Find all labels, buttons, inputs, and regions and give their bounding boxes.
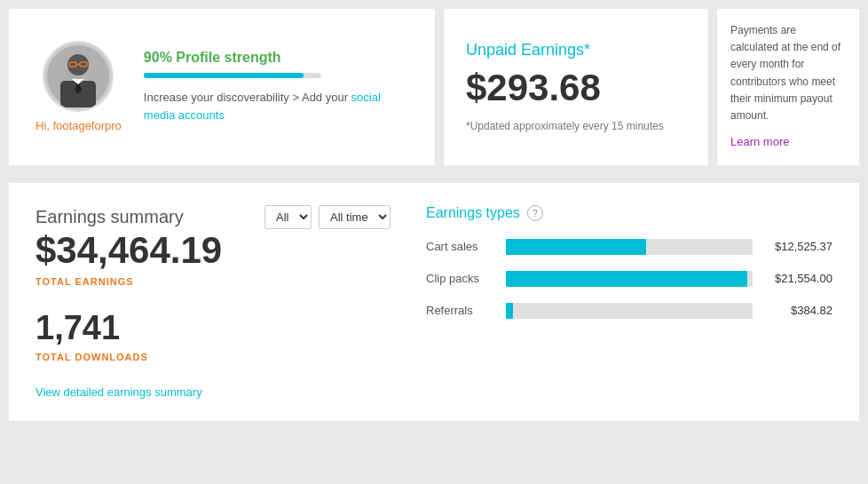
bottom-section: Earnings summary All All time $34,464.19… bbox=[9, 183, 859, 421]
unpaid-earnings-note: *Updated approximately every 15 minutes bbox=[466, 120, 686, 132]
payments-info-card: Payments are calculated at the end of ev… bbox=[717, 9, 859, 165]
payments-info-text: Payments are calculated at the end of ev… bbox=[730, 22, 846, 124]
earnings-row: Referrals$384.82 bbox=[426, 303, 832, 319]
unpaid-earnings-title: Unpaid Earnings* bbox=[466, 41, 686, 60]
profile-progress-bar bbox=[144, 73, 321, 78]
total-earnings-label: TOTAL EARNINGS bbox=[36, 276, 391, 287]
earnings-row-label: Cart sales bbox=[426, 240, 497, 253]
profile-strength-label: 90% Profile strength bbox=[144, 50, 408, 66]
user-greeting: Hi, footageforpro bbox=[36, 119, 122, 132]
earnings-row: Cart sales$12,525.37 bbox=[426, 239, 832, 255]
earnings-bar-fill bbox=[506, 271, 747, 287]
filter-time-select[interactable]: All time bbox=[319, 205, 391, 229]
earnings-types-title: Earnings types bbox=[426, 205, 520, 221]
top-section: Hi, footageforpro 90% Profile strength I… bbox=[0, 0, 868, 174]
earnings-bar-wrap bbox=[506, 271, 753, 287]
earnings-row-amount: $12,525.37 bbox=[761, 240, 832, 253]
unpaid-earnings-amount: $293.68 bbox=[466, 67, 686, 109]
learn-more-link[interactable]: Learn more bbox=[730, 133, 846, 152]
earnings-bar-fill bbox=[506, 303, 513, 319]
avatar-wrap: Hi, footageforpro bbox=[36, 41, 122, 132]
earnings-bar-wrap bbox=[506, 303, 753, 319]
avatar bbox=[43, 41, 114, 112]
profile-strength-section: 90% Profile strength Increase your disco… bbox=[144, 50, 408, 123]
earnings-row-amount: $21,554.00 bbox=[761, 272, 832, 285]
profile-card: Hi, footageforpro 90% Profile strength I… bbox=[9, 9, 435, 165]
earnings-rows-container: Cart sales$12,525.37Clip packs$21,554.00… bbox=[426, 239, 832, 319]
earnings-summary-title: Earnings summary bbox=[36, 207, 184, 227]
earnings-bar-wrap bbox=[506, 239, 753, 255]
earnings-summary-header: Earnings summary All All time bbox=[36, 205, 391, 229]
earnings-row-label: Referrals bbox=[426, 304, 497, 317]
unpaid-earnings-card: Unpaid Earnings* $293.68 *Updated approx… bbox=[444, 9, 708, 165]
earnings-row-amount: $384.82 bbox=[761, 304, 832, 317]
earnings-bar-fill bbox=[506, 239, 646, 255]
total-earnings-amount: $34,464.19 bbox=[36, 229, 391, 272]
help-icon[interactable]: ? bbox=[527, 205, 543, 221]
total-downloads-amount: 1,741 bbox=[36, 309, 391, 347]
earnings-row-label: Clip packs bbox=[426, 272, 497, 285]
profile-tip: Increase your discoverability > Add your… bbox=[144, 89, 408, 123]
right-panel: Earnings types ? Cart sales$12,525.37Cli… bbox=[426, 205, 832, 399]
total-downloads-label: TOTAL DOWNLOADS bbox=[36, 352, 391, 362]
earnings-types-header: Earnings types ? bbox=[426, 205, 832, 221]
profile-progress-fill bbox=[144, 73, 304, 78]
filter-selects: All All time bbox=[264, 205, 391, 229]
earnings-row: Clip packs$21,554.00 bbox=[426, 271, 832, 287]
filter-all-select[interactable]: All bbox=[264, 205, 312, 229]
social-media-link[interactable]: social media accounts bbox=[144, 91, 381, 122]
left-panel: Earnings summary All All time $34,464.19… bbox=[36, 205, 391, 399]
view-detailed-link[interactable]: View detailed earnings summary bbox=[36, 385, 202, 399]
